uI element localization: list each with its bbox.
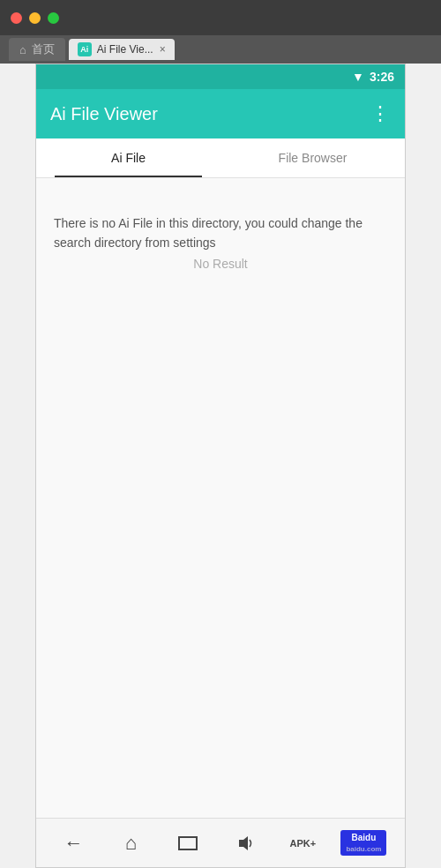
content-area: There is no Ai File in this directory, y… (36, 178, 405, 818)
maximize-button[interactable] (48, 12, 59, 24)
more-options-button[interactable]: ⋮ (370, 102, 391, 125)
empty-message: There is no Ai File in this directory, y… (54, 213, 387, 253)
window-icon (178, 836, 198, 850)
window-chrome (0, 0, 441, 35)
home-tab-label: 首页 (32, 41, 55, 57)
apk-label: APK+ (290, 838, 317, 849)
home-button[interactable]: ⌂ (111, 824, 150, 863)
wifi-icon: ▼ (352, 70, 364, 84)
app-browser-tab[interactable]: Ai Ai File Vie... × (69, 39, 175, 60)
apk-button[interactable]: APK+ (283, 824, 322, 863)
tab-title: Ai File Vie... (97, 43, 153, 56)
status-bar: ▼ 3:26 (36, 64, 405, 89)
browser-tab-bar: ⌂ 首页 Ai Ai File Vie... × (0, 35, 441, 64)
tab-favicon: Ai (78, 42, 92, 56)
svg-marker-0 (239, 836, 248, 850)
home-tab[interactable]: ⌂ 首页 (9, 38, 65, 61)
home-icon: ⌂ (125, 832, 137, 855)
close-button[interactable] (11, 12, 22, 24)
minimize-button[interactable] (29, 12, 41, 24)
phone-frame: ▼ 3:26 Ai File Viewer ⋮ Ai File File Bro… (35, 64, 406, 868)
window-button[interactable] (168, 824, 207, 863)
app-bar: Ai File Viewer ⋮ (36, 89, 405, 138)
volume-button[interactable] (226, 824, 265, 863)
baidu-button[interactable]: Baidu baidu.com (340, 830, 386, 856)
volume-icon (235, 834, 255, 853)
tab-ai-file[interactable]: Ai File (36, 138, 220, 177)
tab-close-button[interactable]: × (160, 43, 166, 56)
no-result-label: No Result (54, 257, 387, 271)
baidu-label: Baidu (352, 832, 377, 844)
app-title: Ai File Viewer (50, 104, 158, 124)
baidu-sub-label: baidu.com (346, 844, 381, 854)
time-display: 3:26 (370, 70, 394, 84)
back-button[interactable]: ← (54, 824, 93, 863)
bottom-nav: ← ⌂ APK+ Baidu baidu.com (36, 818, 405, 867)
tab-ai-file-label: Ai File (111, 151, 146, 165)
home-tab-icon: ⌂ (19, 43, 26, 56)
tab-file-browser[interactable]: File Browser (220, 138, 405, 177)
tab-file-browser-label: File Browser (279, 151, 348, 165)
tab-strip: Ai File File Browser (36, 138, 405, 178)
back-icon: ← (64, 832, 83, 855)
